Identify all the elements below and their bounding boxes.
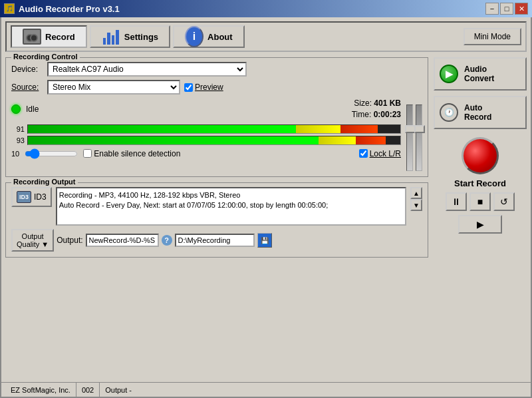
maximize-button[interactable]: □ — [500, 3, 513, 15]
window-title: Audio Recorder Pro v3.1 — [19, 4, 484, 14]
size-time-info: Size: 401 KB Time: 0:00:23 — [352, 98, 401, 120]
status-code: 002 — [76, 383, 100, 397]
id3-icon: ID3 — [17, 191, 31, 203]
silence-checkbox[interactable] — [83, 149, 92, 158]
vslider-right[interactable] — [416, 104, 422, 171]
device-select[interactable]: Realtek AC97 Audio — [47, 62, 247, 77]
settings-icon — [102, 29, 120, 44]
output-label: Output: — [57, 236, 82, 245]
play-controls: ▶ — [458, 215, 502, 234]
vol-label: 10 — [11, 150, 19, 158]
source-select[interactable]: Stereo Mix — [47, 80, 180, 95]
status-row: Idle Size: 401 KB Time: 0:00:23 — [11, 98, 401, 120]
time-value: 0:00:23 — [374, 110, 401, 119]
recording-control-group: Recording Control Device: Realtek AC97 A… — [5, 57, 428, 177]
pause-button[interactable]: ⏸ — [446, 192, 467, 211]
help-icon[interactable]: ? — [162, 235, 172, 246]
output-text-row: ID3 ID3 Recording - MP3, 44100 Hz, 128-1… — [11, 187, 422, 226]
recording-control-label: Recording Control — [11, 53, 80, 61]
scroll-down-button[interactable]: ▼ — [410, 199, 422, 211]
lockLR-check-label[interactable]: Lock L/R — [359, 149, 401, 158]
volume-slider[interactable] — [25, 148, 78, 159]
status-output: Output - — [100, 383, 137, 397]
output-quality-button[interactable]: OutputQuality ▼ — [11, 229, 54, 252]
close-button[interactable]: ✕ — [515, 3, 528, 15]
convert-icon: ▶ — [439, 64, 459, 84]
output-dir-input[interactable] — [175, 234, 255, 247]
status-text: Idle — [26, 104, 39, 114]
content-area: Recording Control Device: Realtek AC97 A… — [5, 57, 527, 263]
replay-button[interactable]: ↺ — [493, 192, 515, 211]
meter2-bar — [27, 136, 401, 145]
id3-button[interactable]: ID3 ID3 — [11, 187, 52, 207]
stop-button[interactable]: ■ — [469, 192, 491, 211]
tab-about[interactable]: i About — [173, 25, 245, 48]
size-value: 401 KB — [374, 99, 401, 108]
silence-label: Enable silence detection — [94, 149, 180, 158]
meter-section: Idle Size: 401 KB Time: 0:00:23 91 — [11, 98, 401, 159]
cassette-icon — [23, 29, 41, 44]
minimize-button[interactable]: − — [485, 3, 499, 15]
auto-record-icon: 🕐 — [439, 102, 459, 122]
auto-record-label: AutoRecord — [464, 103, 491, 122]
source-row: Source: Stereo Mix Preview — [11, 80, 422, 95]
mini-mode-button[interactable]: Mini Mode — [464, 28, 521, 45]
output-name-input[interactable] — [86, 234, 159, 247]
output-text-box: Recording - MP3, 44100 Hz, 128-192 kbps … — [56, 187, 406, 226]
preview-checkbox-label[interactable]: Preview — [184, 83, 223, 92]
audio-convert-label: AudioConvert — [464, 65, 494, 83]
meter-row-1: 91 — [11, 124, 401, 134]
right-panel: ▶ AudioConvert 🕐 AutoRecord Start Record… — [434, 57, 527, 263]
audio-convert-button[interactable]: ▶ AudioConvert — [434, 57, 527, 91]
save-icon[interactable]: 💾 — [257, 233, 272, 248]
vertical-sliders — [406, 98, 422, 171]
record-section: Start Record ⏸ ■ ↺ ▶ — [434, 137, 527, 234]
id3-label: ID3 — [34, 192, 47, 202]
recording-output-group: Recording Output ID3 ID3 Recording - MP3… — [5, 182, 428, 258]
volume-row: 10 Enable silence detection Lock L/R — [11, 148, 401, 159]
meter1-label: 91 — [11, 125, 25, 133]
meter-row-2: 93 — [11, 136, 401, 145]
lockLR-checkbox[interactable] — [359, 149, 368, 158]
lockLR-label: Lock L/R — [370, 149, 401, 158]
status-led — [11, 104, 21, 114]
status-company: EZ SoftMagic, Inc. — [5, 383, 76, 397]
preview-label: Preview — [195, 83, 223, 92]
auto-record-button[interactable]: 🕐 AutoRecord — [434, 96, 527, 129]
tab-settings[interactable]: Settings — [90, 25, 170, 48]
source-label: Source: — [11, 83, 43, 92]
recording-output-label: Recording Output — [11, 178, 78, 186]
output-file-row: OutputQuality ▼ Output: ? 💾 — [11, 229, 422, 252]
preview-checkbox[interactable] — [184, 83, 193, 92]
device-label: Device: — [11, 65, 43, 74]
toolbar: Record Settings i About Mini Mode — [5, 21, 527, 52]
scroll-up-button[interactable]: ▲ — [410, 187, 422, 199]
device-row: Device: Realtek AC97 Audio — [11, 62, 422, 77]
left-panel: Recording Control Device: Realtek AC97 A… — [5, 57, 428, 263]
transport-controls: ⏸ ■ ↺ — [446, 192, 515, 211]
play-button[interactable]: ▶ — [458, 215, 502, 234]
time-label: Time: — [352, 110, 372, 119]
titlebar: 🎵 Audio Recorder Pro v3.1 − □ ✕ — [0, 0, 532, 17]
scroll-buttons: ▲ ▼ — [410, 187, 422, 211]
start-record-button[interactable] — [462, 137, 499, 174]
main-window: Record Settings i About Mini Mode — [0, 17, 532, 398]
size-label: Size: — [354, 99, 372, 108]
silence-check-label[interactable]: Enable silence detection — [83, 149, 180, 158]
meter1-bar — [27, 124, 401, 134]
info-icon: i — [185, 29, 203, 44]
tab-record[interactable]: Record — [11, 25, 87, 48]
statusbar: EZ SoftMagic, Inc. 002 Output - — [1, 382, 531, 397]
meter2-label: 93 — [11, 136, 25, 144]
start-record-label: Start Record — [454, 178, 506, 188]
app-icon: 🎵 — [4, 3, 15, 14]
vslider-left[interactable] — [406, 104, 413, 171]
